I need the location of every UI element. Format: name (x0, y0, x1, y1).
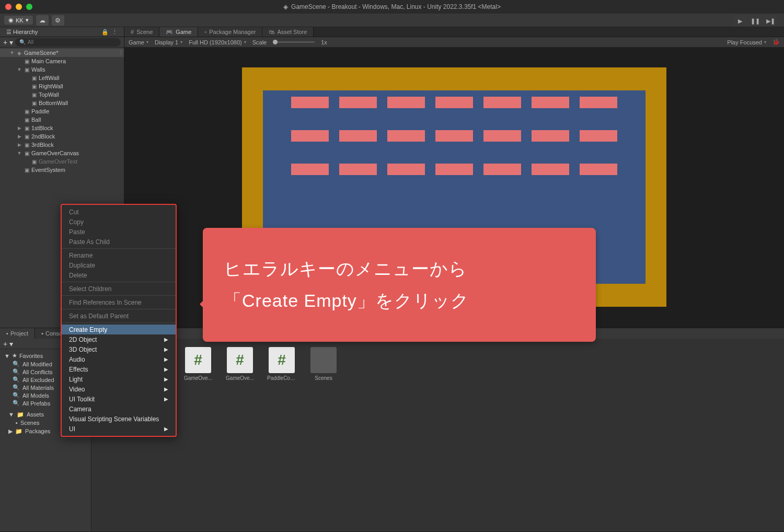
asset-item[interactable]: #GameOve... (225, 347, 255, 381)
asset-item[interactable]: #PaddleCon... (267, 347, 296, 381)
tab-project[interactable]: ▪Project (0, 328, 35, 339)
play-focused-dropdown[interactable]: Play Focused (727, 39, 766, 45)
project-create-button[interactable]: + ▾ (3, 340, 13, 348)
hierarchy-item[interactable]: ▼▣GameOverCanvas (0, 149, 124, 157)
context-menu-item[interactable]: Light▶ (62, 374, 176, 384)
scale-slider[interactable] (273, 41, 315, 43)
context-menu-item[interactable]: Audio▶ (62, 354, 176, 364)
context-menu-item[interactable]: Visual Scripting Scene Variables (62, 414, 176, 424)
context-menu-item: Paste (62, 227, 176, 237)
context-menu-item[interactable]: Create Empty (62, 325, 176, 334)
tab-game[interactable]: 🎮Game (159, 27, 198, 37)
hierarchy-item[interactable]: ▼▣Walls (0, 65, 124, 74)
expand-icon[interactable]: ▼ (17, 151, 22, 156)
context-menu-item[interactable]: Camera (62, 404, 176, 414)
search-icon: 🔍 (13, 384, 20, 391)
menu-icon[interactable]: ⋮ (112, 29, 118, 36)
expand-icon[interactable]: ▶ (17, 142, 22, 147)
hierarchy-item[interactable]: ▣BottomWall (0, 99, 124, 107)
hierarchy-item[interactable]: ▣EventSystem (0, 166, 124, 174)
user-icon: ◉ (8, 17, 14, 24)
brick (291, 130, 329, 142)
create-button[interactable]: + ▾ (3, 38, 13, 47)
context-menu-item[interactable]: UI▶ (62, 424, 176, 434)
bug-icon[interactable]: 🐞 (773, 39, 780, 45)
search-icon: 🔍 (13, 376, 20, 383)
hierarchy-item[interactable]: ▣Main Camera (0, 57, 124, 65)
scene-menu-icon[interactable]: ⋮ (118, 50, 124, 56)
panel-tabs: ☰ Hierarchy 🔒⋮ #Scene 🎮Game ▫Package Man… (0, 27, 784, 37)
brick (580, 130, 617, 142)
script-icon: # (227, 347, 253, 373)
context-menu-item[interactable]: Video▶ (62, 384, 176, 394)
resolution-dropdown[interactable]: Full HD (1920x1080) (189, 39, 246, 45)
hierarchy-item[interactable]: ▣Paddle (0, 107, 124, 115)
pause-button[interactable]: ❚❚ (748, 16, 763, 26)
asset-item[interactable]: Scenes (309, 347, 338, 381)
game-mode-dropdown[interactable]: Game (129, 39, 148, 45)
step-button[interactable]: ▶❚ (763, 16, 778, 26)
window-controls (5, 4, 32, 10)
console-icon: ▪ (41, 330, 43, 337)
gameobject-icon: ▣ (24, 134, 30, 140)
game-icon: 🎮 (166, 29, 173, 36)
brick (532, 97, 569, 108)
tab-package-manager[interactable]: ▫Package Manager (198, 27, 262, 37)
context-menu-item[interactable]: UI Toolkit▶ (62, 394, 176, 404)
submenu-arrow-icon: ▶ (164, 337, 168, 342)
hierarchy-item[interactable]: ▶▣2ndBlock (0, 132, 124, 141)
expand-icon[interactable]: ▶ (17, 134, 22, 139)
context-menu-item[interactable]: 3D Object▶ (62, 344, 176, 354)
minimize-icon[interactable] (16, 4, 22, 10)
hierarchy-item[interactable]: ▣TopWall (0, 90, 124, 99)
hierarchy-item[interactable]: ▣Ball (0, 115, 124, 124)
gameobject-icon: ▣ (24, 67, 30, 73)
brick (339, 130, 377, 142)
hierarchy-item[interactable]: ▣RightWall (0, 82, 124, 90)
maximize-icon[interactable] (26, 4, 32, 10)
brick (291, 97, 329, 108)
tab-hierarchy[interactable]: ☰ Hierarchy 🔒⋮ (0, 27, 124, 37)
hierarchy-item[interactable]: ▶▣3rdBlock (0, 141, 124, 149)
expand-icon[interactable]: ▼ (9, 50, 15, 55)
hierarchy-search[interactable]: 🔍 All (15, 38, 121, 47)
hierarchy-item[interactable]: ▶▣1stBlock (0, 124, 124, 132)
folder-icon: ▪ (16, 420, 18, 426)
submenu-arrow-icon: ▶ (164, 366, 168, 372)
asset-item[interactable]: #GameOve... (183, 347, 213, 381)
hierarchy-item[interactable]: ▣GameOverText (0, 157, 124, 166)
scene-root[interactable]: ▼ ◈ GameScene* ⋮ (0, 49, 124, 57)
project-content: #...tBounceMa...#GameOve...#GameOve...#P… (91, 328, 784, 531)
scale-label: Scale (252, 39, 267, 45)
play-button[interactable]: ▶ (733, 16, 747, 26)
lock-icon[interactable]: 🔒 (101, 29, 109, 36)
account-button[interactable]: ◉ KK ▾ (4, 16, 33, 25)
expand-icon[interactable]: ▶ (17, 125, 22, 131)
context-menu-item: Delete (62, 270, 176, 280)
tab-asset-store[interactable]: 🛍Asset Store (262, 27, 314, 37)
callout-line2: 「Create Empty」をクリック (224, 285, 575, 317)
gameobject-icon: ▣ (31, 84, 37, 89)
display-dropdown[interactable]: Display 1 (155, 39, 182, 45)
gameobject-icon: ▣ (31, 159, 37, 165)
context-menu-item: Copy (62, 217, 176, 227)
tab-scene[interactable]: #Scene (124, 27, 159, 37)
search-icon: 🔍 (19, 39, 26, 45)
expand-icon[interactable]: ▼ (17, 67, 22, 72)
hierarchy-item[interactable]: ▣LeftWall (0, 74, 124, 82)
annotation-callout: ヒエラルキーのメニューから 「Create Empty」をクリック (203, 228, 596, 342)
scale-value: 1x (321, 39, 327, 45)
context-menu-item[interactable]: Effects▶ (62, 364, 176, 374)
brick (435, 97, 473, 108)
close-icon[interactable] (5, 4, 11, 10)
hierarchy-toolbar: + ▾ 🔍 All (0, 37, 124, 48)
cloud-button[interactable]: ☁ (36, 15, 49, 26)
settings-button[interactable]: ⚙ (52, 15, 64, 26)
brick (291, 164, 329, 175)
context-menu-item[interactable]: 2D Object▶ (62, 334, 176, 344)
search-icon: 🔍 (13, 392, 20, 399)
gameobject-icon: ▣ (24, 117, 30, 123)
search-icon: 🔍 (13, 400, 20, 407)
search-icon: 🔍 (13, 368, 20, 375)
game-toolbar: Game Display 1 Full HD (1920x1080) Scale… (124, 37, 784, 48)
